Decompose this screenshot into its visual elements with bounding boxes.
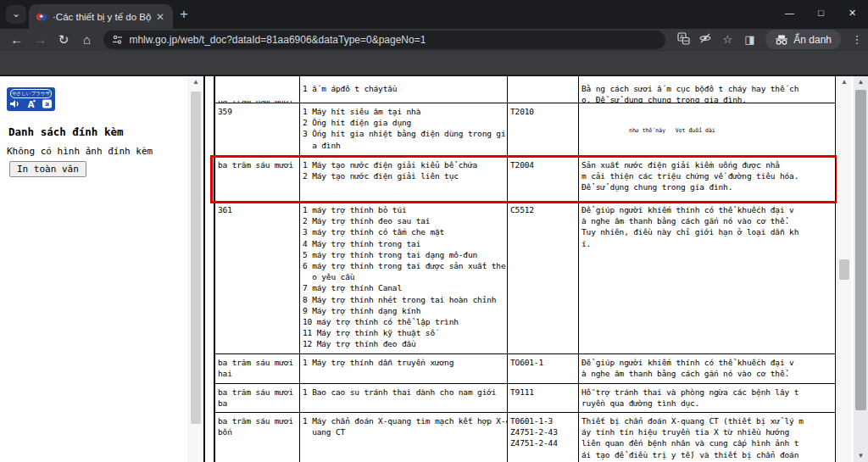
- bookmark-star-icon[interactable]: ☆: [716, 33, 738, 46]
- cell-code: T0601-1-3 Z4751-2-43 Z4751-2-44: [508, 413, 579, 462]
- close-button[interactable]: ✕: [837, 0, 868, 25]
- table-row: ba trăm sáu mươi ba 1 Bao cao su tránh t…: [215, 384, 836, 413]
- cell-code: TO601-1: [508, 354, 579, 383]
- ruby-annotation: như thế này Vẹt đuổi dài: [629, 128, 833, 134]
- attachments-heading: Danh sách đính kèm: [8, 125, 123, 138]
- cell-code: T2010: [508, 103, 579, 156]
- sidebar-scrollbar[interactable]: ▲: [188, 76, 203, 462]
- maximize-button[interactable]: □: [805, 0, 837, 25]
- site-info-icon[interactable]: [112, 34, 123, 45]
- no-attachments-text: Không có hình ảnh đính kèm: [7, 146, 153, 157]
- reload-icon[interactable]: ↻: [52, 32, 75, 47]
- tab-search-button[interactable]: ⌄: [6, 5, 26, 24]
- side-panel-icon[interactable]: ◨: [738, 33, 760, 46]
- site-favicon: [36, 11, 47, 23]
- browser-toolbar: ← → ↻ ⌂ mhlw.go.jp/web/t_doc?dataId=81aa…: [0, 29, 868, 51]
- cell-number: ba trăm năm mươi tám: [215, 76, 300, 103]
- incognito-icon: [775, 35, 788, 45]
- svg-text:a: a: [45, 100, 49, 108]
- menu-dots-icon[interactable]: ⋮: [846, 33, 868, 46]
- speaker-icon[interactable]: [9, 99, 20, 109]
- cell-description: Để giúp người khiếm thính có thể khuếch …: [579, 354, 836, 383]
- tab-close-icon[interactable]: ✕: [156, 11, 164, 23]
- window-scrollbar[interactable]: ▲ ▼: [854, 76, 868, 462]
- device-table: ba trăm năm mươi tám 1 ấ m ápđô t cháytầ…: [214, 76, 836, 462]
- page-content: やさしいブラウザ A a Danh sách đính kèm Không có…: [0, 75, 868, 462]
- cell-code: C5512: [508, 202, 579, 353]
- sidebar-frame: やさしいブラウザ A a Danh sách đính kèm Không có…: [0, 76, 203, 462]
- cell-number: 359: [215, 103, 300, 156]
- cell-number: ba trăm sáu mươi ba: [215, 384, 300, 412]
- cell-devices: 1 Máy hít siêu âm tại nhà 2 Ống hít điện…: [300, 103, 508, 156]
- new-tab-button[interactable]: +: [180, 6, 188, 23]
- active-tab[interactable]: ·Các thiết bị y tế do Bộ trưởng ✕: [29, 4, 173, 29]
- window-scroll-thumb[interactable]: [855, 90, 866, 410]
- cell-devices: 1 ấ m ápđô t cháytầu: [300, 76, 508, 103]
- cell-number: 361: [215, 202, 300, 353]
- cell-description: như thế này Vẹt đuổi dài mũi lỗ Và họng …: [579, 103, 836, 156]
- scroll-down-icon[interactable]: ▼: [854, 450, 868, 462]
- scroll-up-icon[interactable]: ▲: [854, 76, 868, 88]
- font-size-icon[interactable]: A: [25, 99, 36, 109]
- toolbar-actions: A ☆ ◨ Ẩn danh ⋮: [672, 30, 868, 49]
- cell-devices: 1 Máy chẩn đoán X-quang tim mạch kết hợp…: [300, 413, 508, 462]
- table-row: ba trăm sáu mươi bốn 1 Máy chẩn đoán X-q…: [215, 413, 836, 462]
- main-frame: ba trăm năm mươi tám 1 ấ m ápđô t cháytầ…: [205, 76, 854, 462]
- eye-off-icon[interactable]: [694, 32, 716, 47]
- address-bar[interactable]: mhlw.go.jp/web/t_doc?dataId=81aa6906&dat…: [103, 31, 665, 49]
- translate-icon[interactable]: A: [672, 32, 694, 47]
- widget-label: やさしいブラウザ: [10, 89, 52, 98]
- cell-code: -----: [508, 76, 579, 103]
- full-text-button[interactable]: In toàn văn: [9, 161, 86, 177]
- scroll-up-icon[interactable]: ▲: [837, 76, 851, 88]
- table-row: 361 1 máy trợ thính bỏ túi 2 Máy trợ thí…: [215, 202, 836, 354]
- scroll-up-icon[interactable]: ▲: [189, 76, 203, 88]
- translate-widget-icon[interactable]: a: [42, 99, 53, 109]
- table-row: ba trăm sáu mươi hai 1 Máy trợ thính dẫn…: [215, 354, 836, 384]
- cell-description: Thiết bị chẩn đoán X-quang CT (thiết bị …: [579, 413, 836, 462]
- back-icon[interactable]: ←: [5, 32, 29, 47]
- tab-title: ·Các thiết bị y tế do Bộ trưởng: [53, 12, 153, 22]
- cell-devices: 1 Bao cao su tránh thai dành cho nam giớ…: [300, 384, 508, 412]
- cell-description: Hỗ trợ tránh thai và phòng ngừa các bệnh…: [579, 384, 836, 412]
- cell-devices: 1 Máy trợ thính dẫn truyền xương: [300, 354, 508, 383]
- incognito-badge[interactable]: Ẩn danh: [765, 30, 841, 49]
- sidebar-scroll-thumb[interactable]: [191, 92, 201, 424]
- cell-devices: 1 máy trợ thính bỏ túi 2 Máy trợ thính đ…: [300, 202, 508, 353]
- table-row: ba trăm năm mươi tám 1 ấ m ápđô t cháytầ…: [215, 76, 836, 103]
- minimize-button[interactable]: —: [774, 0, 805, 25]
- cell-number: ba trăm sáu mươi hai: [215, 354, 300, 383]
- tab-strip: ⌄ ·Các thiết bị y tế do Bộ trưởng ✕ + — …: [0, 0, 868, 29]
- cell-description: Bằ ng cách sươi ấ m cục bộđô t cháy hay …: [579, 76, 836, 103]
- highlight-box: [210, 155, 838, 203]
- cell-code: T9111: [508, 384, 579, 412]
- url-text: mhlw.go.jp/web/t_doc?dataId=81aa6906&dat…: [129, 34, 426, 46]
- main-frame-scrollbar[interactable]: ▲: [837, 76, 851, 462]
- table-row: 359 1 Máy hít siêu âm tại nhà 2 Ống hít …: [215, 103, 836, 157]
- window-controls: — □ ✕: [774, 0, 868, 25]
- incognito-label: Ẩn danh: [793, 34, 832, 46]
- cell-number: ba trăm sáu mươi bốn: [215, 413, 300, 462]
- forward-icon[interactable]: →: [29, 32, 53, 47]
- page-top-band: [0, 51, 868, 75]
- accessibility-widget[interactable]: やさしいブラウザ A a: [7, 87, 55, 111]
- home-icon[interactable]: ⌂: [75, 32, 99, 47]
- cell-description: Để giúp người khiếm thính có thể khuếch …: [579, 202, 836, 353]
- main-frame-scroll-thumb[interactable]: [839, 259, 849, 280]
